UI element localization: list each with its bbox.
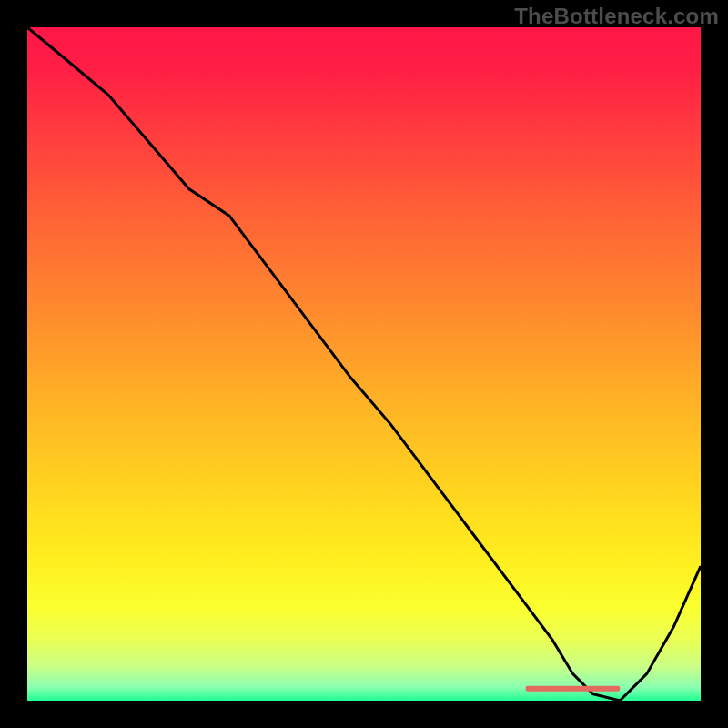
chart-plot-area [27, 27, 701, 701]
chart-frame: TheBottleneck.com [0, 0, 728, 728]
gradient-background [27, 27, 701, 701]
chart-svg [27, 27, 701, 701]
optimal-range-marker [526, 686, 621, 692]
watermark-text: TheBottleneck.com [514, 4, 719, 29]
